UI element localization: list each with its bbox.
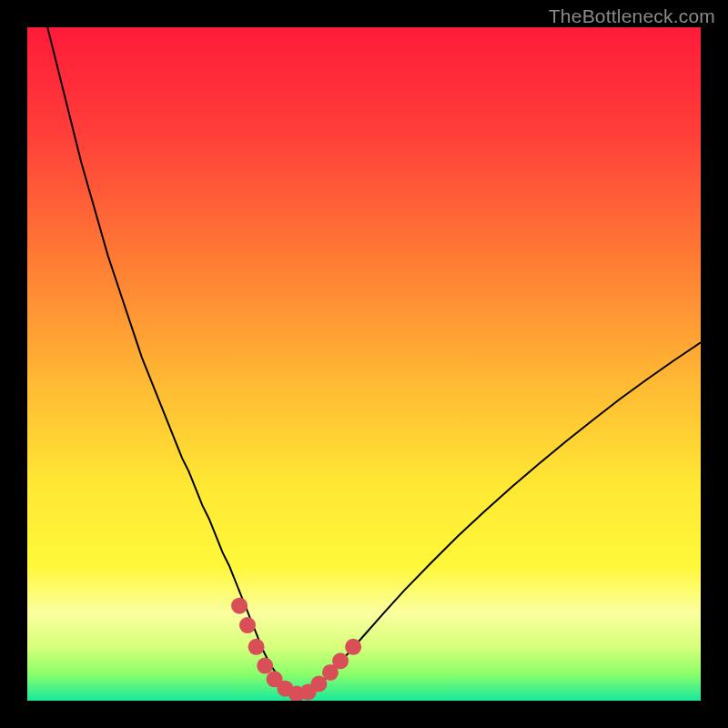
chart-container: TheBottleneck.com [0, 0, 728, 728]
plot-gradient-area [27, 27, 701, 701]
watermark-text: TheBottleneck.com [549, 5, 715, 27]
